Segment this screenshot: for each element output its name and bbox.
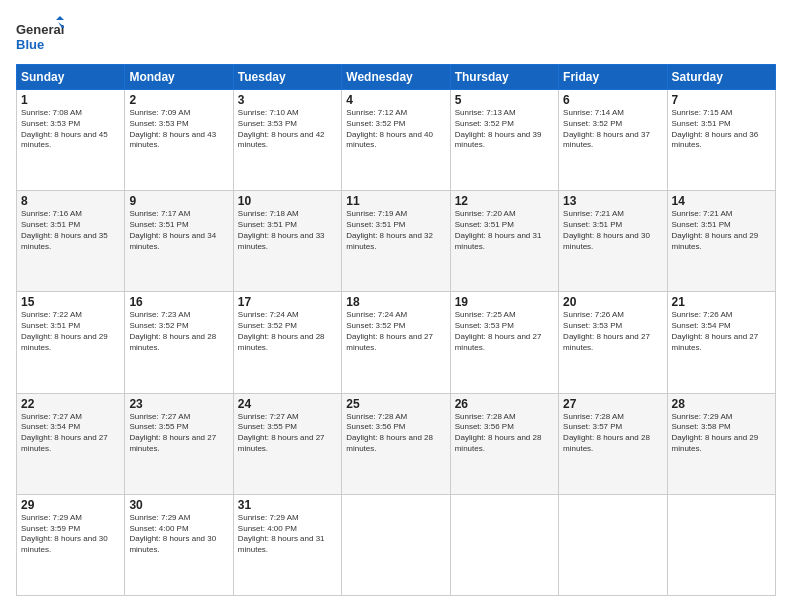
calendar-cell bbox=[667, 494, 775, 595]
day-number: 1 bbox=[21, 93, 120, 107]
day-number: 24 bbox=[238, 397, 337, 411]
day-info: Sunrise: 7:10 AM Sunset: 3:53 PM Dayligh… bbox=[238, 108, 337, 151]
logo: General Blue bbox=[16, 16, 64, 56]
day-number: 15 bbox=[21, 295, 120, 309]
calendar-cell: 18 Sunrise: 7:24 AM Sunset: 3:52 PM Dayl… bbox=[342, 292, 450, 393]
calendar-header-wednesday: Wednesday bbox=[342, 65, 450, 90]
day-info: Sunrise: 7:28 AM Sunset: 3:56 PM Dayligh… bbox=[346, 412, 445, 455]
calendar-header-saturday: Saturday bbox=[667, 65, 775, 90]
calendar-cell: 10 Sunrise: 7:18 AM Sunset: 3:51 PM Dayl… bbox=[233, 191, 341, 292]
day-info: Sunrise: 7:08 AM Sunset: 3:53 PM Dayligh… bbox=[21, 108, 120, 151]
calendar-cell: 5 Sunrise: 7:13 AM Sunset: 3:52 PM Dayli… bbox=[450, 90, 558, 191]
header: General Blue bbox=[16, 16, 776, 56]
day-number: 21 bbox=[672, 295, 771, 309]
calendar-cell: 16 Sunrise: 7:23 AM Sunset: 3:52 PM Dayl… bbox=[125, 292, 233, 393]
day-number: 2 bbox=[129, 93, 228, 107]
day-info: Sunrise: 7:28 AM Sunset: 3:56 PM Dayligh… bbox=[455, 412, 554, 455]
day-number: 18 bbox=[346, 295, 445, 309]
day-number: 4 bbox=[346, 93, 445, 107]
logo-svg: General Blue bbox=[16, 16, 64, 56]
day-number: 10 bbox=[238, 194, 337, 208]
day-info: Sunrise: 7:26 AM Sunset: 3:53 PM Dayligh… bbox=[563, 310, 662, 353]
day-info: Sunrise: 7:15 AM Sunset: 3:51 PM Dayligh… bbox=[672, 108, 771, 151]
calendar-cell: 23 Sunrise: 7:27 AM Sunset: 3:55 PM Dayl… bbox=[125, 393, 233, 494]
calendar-cell: 2 Sunrise: 7:09 AM Sunset: 3:53 PM Dayli… bbox=[125, 90, 233, 191]
calendar-cell: 13 Sunrise: 7:21 AM Sunset: 3:51 PM Dayl… bbox=[559, 191, 667, 292]
day-number: 30 bbox=[129, 498, 228, 512]
day-number: 23 bbox=[129, 397, 228, 411]
calendar-header-sunday: Sunday bbox=[17, 65, 125, 90]
day-number: 29 bbox=[21, 498, 120, 512]
day-info: Sunrise: 7:09 AM Sunset: 3:53 PM Dayligh… bbox=[129, 108, 228, 151]
day-info: Sunrise: 7:14 AM Sunset: 3:52 PM Dayligh… bbox=[563, 108, 662, 151]
day-number: 8 bbox=[21, 194, 120, 208]
calendar-cell: 30 Sunrise: 7:29 AM Sunset: 4:00 PM Dayl… bbox=[125, 494, 233, 595]
calendar-cell: 11 Sunrise: 7:19 AM Sunset: 3:51 PM Dayl… bbox=[342, 191, 450, 292]
calendar-cell: 15 Sunrise: 7:22 AM Sunset: 3:51 PM Dayl… bbox=[17, 292, 125, 393]
calendar-table: SundayMondayTuesdayWednesdayThursdayFrid… bbox=[16, 64, 776, 596]
calendar-cell bbox=[450, 494, 558, 595]
calendar-cell: 1 Sunrise: 7:08 AM Sunset: 3:53 PM Dayli… bbox=[17, 90, 125, 191]
calendar-week-2: 8 Sunrise: 7:16 AM Sunset: 3:51 PM Dayli… bbox=[17, 191, 776, 292]
calendar-header-monday: Monday bbox=[125, 65, 233, 90]
day-number: 17 bbox=[238, 295, 337, 309]
day-number: 22 bbox=[21, 397, 120, 411]
calendar-cell bbox=[342, 494, 450, 595]
calendar-cell: 9 Sunrise: 7:17 AM Sunset: 3:51 PM Dayli… bbox=[125, 191, 233, 292]
day-number: 26 bbox=[455, 397, 554, 411]
day-info: Sunrise: 7:25 AM Sunset: 3:53 PM Dayligh… bbox=[455, 310, 554, 353]
calendar-cell: 12 Sunrise: 7:20 AM Sunset: 3:51 PM Dayl… bbox=[450, 191, 558, 292]
calendar-cell: 27 Sunrise: 7:28 AM Sunset: 3:57 PM Dayl… bbox=[559, 393, 667, 494]
calendar-cell: 8 Sunrise: 7:16 AM Sunset: 3:51 PM Dayli… bbox=[17, 191, 125, 292]
svg-text:General: General bbox=[16, 22, 64, 37]
day-info: Sunrise: 7:29 AM Sunset: 3:59 PM Dayligh… bbox=[21, 513, 120, 556]
calendar-cell: 31 Sunrise: 7:29 AM Sunset: 4:00 PM Dayl… bbox=[233, 494, 341, 595]
calendar-week-3: 15 Sunrise: 7:22 AM Sunset: 3:51 PM Dayl… bbox=[17, 292, 776, 393]
calendar-cell: 26 Sunrise: 7:28 AM Sunset: 3:56 PM Dayl… bbox=[450, 393, 558, 494]
day-info: Sunrise: 7:21 AM Sunset: 3:51 PM Dayligh… bbox=[672, 209, 771, 252]
day-info: Sunrise: 7:29 AM Sunset: 4:00 PM Dayligh… bbox=[238, 513, 337, 556]
svg-marker-2 bbox=[56, 16, 64, 20]
day-info: Sunrise: 7:26 AM Sunset: 3:54 PM Dayligh… bbox=[672, 310, 771, 353]
calendar-cell: 14 Sunrise: 7:21 AM Sunset: 3:51 PM Dayl… bbox=[667, 191, 775, 292]
day-info: Sunrise: 7:29 AM Sunset: 3:58 PM Dayligh… bbox=[672, 412, 771, 455]
day-info: Sunrise: 7:24 AM Sunset: 3:52 PM Dayligh… bbox=[346, 310, 445, 353]
day-number: 27 bbox=[563, 397, 662, 411]
day-number: 16 bbox=[129, 295, 228, 309]
calendar-cell: 4 Sunrise: 7:12 AM Sunset: 3:52 PM Dayli… bbox=[342, 90, 450, 191]
page: General Blue SundayMondayTuesdayWednesda… bbox=[0, 0, 792, 612]
day-info: Sunrise: 7:23 AM Sunset: 3:52 PM Dayligh… bbox=[129, 310, 228, 353]
calendar-week-4: 22 Sunrise: 7:27 AM Sunset: 3:54 PM Dayl… bbox=[17, 393, 776, 494]
calendar-cell: 25 Sunrise: 7:28 AM Sunset: 3:56 PM Dayl… bbox=[342, 393, 450, 494]
day-info: Sunrise: 7:24 AM Sunset: 3:52 PM Dayligh… bbox=[238, 310, 337, 353]
day-number: 11 bbox=[346, 194, 445, 208]
calendar-cell bbox=[559, 494, 667, 595]
svg-text:Blue: Blue bbox=[16, 37, 44, 52]
day-number: 6 bbox=[563, 93, 662, 107]
day-info: Sunrise: 7:17 AM Sunset: 3:51 PM Dayligh… bbox=[129, 209, 228, 252]
day-info: Sunrise: 7:19 AM Sunset: 3:51 PM Dayligh… bbox=[346, 209, 445, 252]
day-info: Sunrise: 7:13 AM Sunset: 3:52 PM Dayligh… bbox=[455, 108, 554, 151]
calendar-cell: 6 Sunrise: 7:14 AM Sunset: 3:52 PM Dayli… bbox=[559, 90, 667, 191]
calendar-cell: 28 Sunrise: 7:29 AM Sunset: 3:58 PM Dayl… bbox=[667, 393, 775, 494]
calendar-header-tuesday: Tuesday bbox=[233, 65, 341, 90]
day-info: Sunrise: 7:20 AM Sunset: 3:51 PM Dayligh… bbox=[455, 209, 554, 252]
day-number: 5 bbox=[455, 93, 554, 107]
calendar-cell: 20 Sunrise: 7:26 AM Sunset: 3:53 PM Dayl… bbox=[559, 292, 667, 393]
day-number: 7 bbox=[672, 93, 771, 107]
day-info: Sunrise: 7:29 AM Sunset: 4:00 PM Dayligh… bbox=[129, 513, 228, 556]
day-number: 25 bbox=[346, 397, 445, 411]
calendar-cell: 22 Sunrise: 7:27 AM Sunset: 3:54 PM Dayl… bbox=[17, 393, 125, 494]
day-number: 19 bbox=[455, 295, 554, 309]
calendar-header-row: SundayMondayTuesdayWednesdayThursdayFrid… bbox=[17, 65, 776, 90]
calendar-cell: 21 Sunrise: 7:26 AM Sunset: 3:54 PM Dayl… bbox=[667, 292, 775, 393]
day-info: Sunrise: 7:27 AM Sunset: 3:55 PM Dayligh… bbox=[238, 412, 337, 455]
day-info: Sunrise: 7:28 AM Sunset: 3:57 PM Dayligh… bbox=[563, 412, 662, 455]
day-number: 3 bbox=[238, 93, 337, 107]
calendar-week-5: 29 Sunrise: 7:29 AM Sunset: 3:59 PM Dayl… bbox=[17, 494, 776, 595]
day-info: Sunrise: 7:18 AM Sunset: 3:51 PM Dayligh… bbox=[238, 209, 337, 252]
calendar-cell: 7 Sunrise: 7:15 AM Sunset: 3:51 PM Dayli… bbox=[667, 90, 775, 191]
calendar-week-1: 1 Sunrise: 7:08 AM Sunset: 3:53 PM Dayli… bbox=[17, 90, 776, 191]
calendar-cell: 19 Sunrise: 7:25 AM Sunset: 3:53 PM Dayl… bbox=[450, 292, 558, 393]
day-number: 20 bbox=[563, 295, 662, 309]
